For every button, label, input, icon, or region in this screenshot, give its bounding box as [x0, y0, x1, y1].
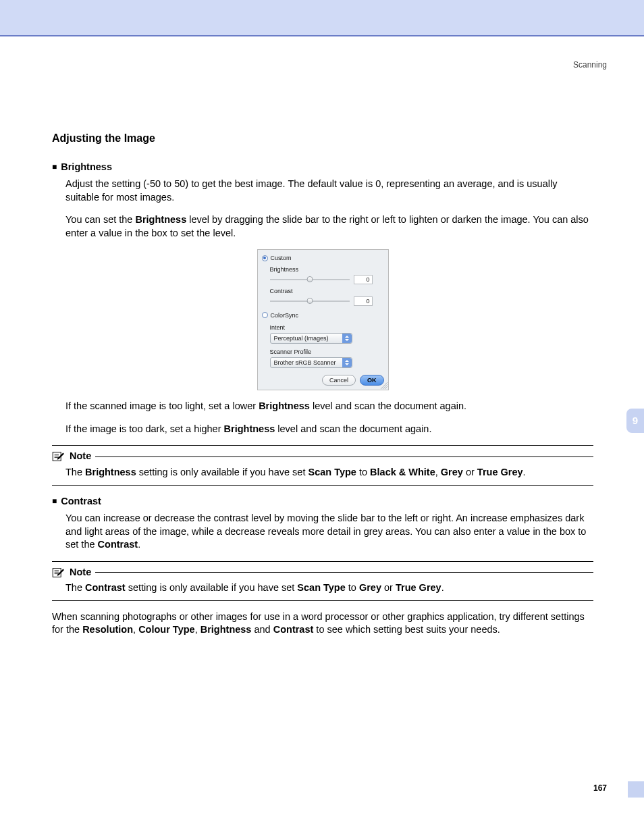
text: The	[65, 582, 85, 593]
brightness-para-2: You can set the Brightness level by drag…	[65, 213, 593, 240]
brightness-label: Brightness	[270, 265, 384, 273]
contrast-value[interactable]: 0	[354, 296, 373, 306]
text: .	[138, 539, 140, 550]
text: ,	[133, 624, 138, 635]
text: to see which setting best suits your nee…	[313, 624, 500, 635]
note-block-2: Note The Contrast setting is only availa…	[52, 561, 593, 601]
text: and	[251, 624, 273, 635]
bold-text: Contrast	[85, 582, 126, 593]
bold-text: Scan Type	[308, 467, 356, 477]
top-band	[0, 0, 644, 36]
bold-text: Contrast	[273, 624, 314, 635]
dialog-screenshot: Custom Brightness 0 Contrast 0 ColorSync…	[52, 249, 593, 390]
bold-text: Resolution	[82, 624, 133, 635]
bold-text: Scan Type	[297, 582, 345, 593]
bold-text: Brightness	[85, 467, 136, 477]
text: level and scan the document again.	[275, 423, 431, 434]
text: If the image is too dark, set a higher	[65, 423, 224, 434]
brightness-heading: Brightness	[52, 161, 593, 174]
section-header: Scanning	[573, 59, 607, 70]
bold-text: Grey	[441, 467, 463, 477]
page-number: 167	[593, 783, 607, 793]
page-content: Adjusting the Image Brightness Adjust th…	[0, 36, 644, 637]
note-body: The Contrast setting is only available i…	[65, 581, 593, 595]
contrast-heading: Contrast	[52, 495, 593, 509]
colorsync-radio-row[interactable]: ColorSync	[262, 311, 384, 319]
text: to	[356, 467, 370, 477]
bold-text: Grey	[359, 582, 381, 593]
brightness-para-4: If the image is too dark, set a higher B…	[65, 423, 593, 436]
slider-thumb[interactable]	[306, 298, 313, 304]
note-label: Note	[70, 566, 91, 579]
text: You can set the	[65, 214, 135, 225]
bold-text: Brightness	[135, 214, 186, 225]
bold-text: Brightness	[200, 624, 252, 635]
profile-label: Scanner Profile	[270, 348, 384, 356]
bold-text: True Grey	[396, 582, 441, 593]
text: ,	[435, 467, 441, 477]
bold-text: Black & White	[370, 467, 435, 477]
intent-label: Intent	[270, 323, 384, 332]
slider-thumb[interactable]	[306, 276, 313, 282]
note-label: Note	[70, 450, 91, 463]
text: or	[381, 582, 396, 593]
intent-dropdown[interactable]: Perceptual (Images)	[270, 333, 352, 344]
custom-label: Custom	[271, 254, 292, 262]
text: If the scanned image is too light, set a…	[65, 400, 259, 411]
profile-dropdown[interactable]: Brother sRGB Scanner	[270, 357, 352, 368]
note-pencil-icon	[52, 567, 65, 578]
bold-text: Contrast	[98, 539, 138, 550]
chapter-tab[interactable]: 9	[626, 409, 644, 433]
brightness-value[interactable]: 0	[354, 275, 373, 284]
text: level and scan the document again.	[310, 400, 466, 411]
text: setting is only available if you have se…	[126, 582, 298, 593]
cancel-button[interactable]: Cancel	[322, 375, 356, 386]
text: or	[463, 467, 477, 477]
text: The	[65, 467, 85, 477]
chevron-updown-icon	[342, 334, 352, 343]
note-body: The Brightness setting is only available…	[65, 466, 593, 479]
contrast-label: Contrast	[270, 287, 384, 295]
bold-text: Colour Type	[138, 624, 195, 635]
text: .	[523, 467, 526, 477]
corner-tab	[628, 781, 644, 798]
note-block-1: Note The Brightness setting is only avai…	[52, 445, 593, 485]
brightness-slider[interactable]	[270, 279, 350, 280]
brightness-para-1: Adjust the setting (-50 to 50) to get th…	[65, 178, 593, 204]
divider	[95, 457, 593, 457]
text: setting is only available if you have se…	[136, 467, 308, 477]
dropdown-value: Brother sRGB Scanner	[274, 359, 336, 367]
resize-grip-icon[interactable]	[381, 382, 387, 389]
bold-text: Brightness	[259, 400, 310, 411]
bold-text: True Grey	[477, 467, 523, 477]
dropdown-value: Perceptual (Images)	[274, 334, 329, 342]
radio-icon	[262, 255, 268, 261]
radio-icon	[262, 312, 268, 318]
colorsync-label: ColorSync	[271, 311, 299, 319]
settings-dialog: Custom Brightness 0 Contrast 0 ColorSync…	[257, 249, 389, 390]
brightness-para-3: If the scanned image is too light, set a…	[65, 400, 593, 413]
text: You can increase or decrease the contras…	[65, 513, 586, 550]
contrast-para-1: You can increase or decrease the contras…	[65, 512, 593, 552]
page-title: Adjusting the Image	[52, 131, 593, 146]
bold-text: Brightness	[224, 423, 275, 434]
chevron-updown-icon	[342, 358, 352, 367]
text: .	[441, 582, 444, 593]
note-pencil-icon	[52, 451, 65, 462]
text: to	[346, 582, 359, 593]
contrast-slider[interactable]	[270, 301, 350, 302]
custom-radio-row[interactable]: Custom	[262, 254, 384, 262]
closing-para: When scanning photographs or other image…	[52, 610, 593, 637]
text: ,	[195, 624, 200, 635]
divider	[95, 572, 593, 573]
